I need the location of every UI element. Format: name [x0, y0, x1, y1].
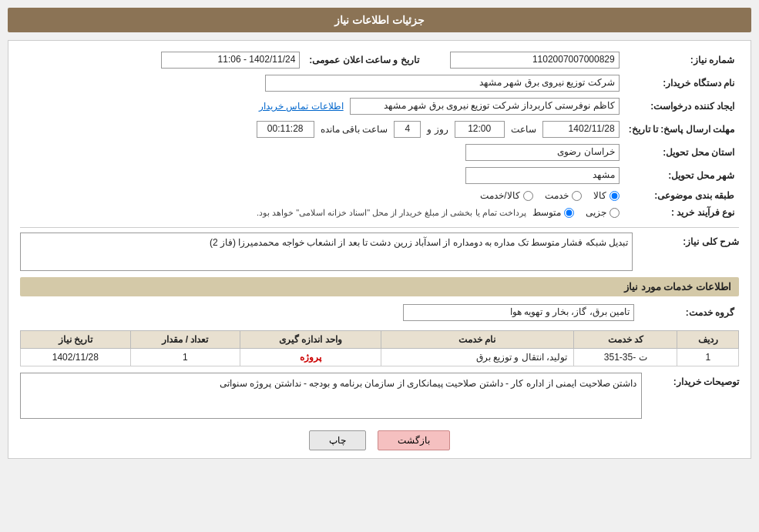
print-button[interactable]: چاپ: [309, 430, 366, 450]
back-button[interactable]: بازگشت: [378, 430, 450, 450]
cell-unit: پروژه: [240, 349, 381, 366]
purchase-type-radio-group: جزیی متوسط: [532, 207, 620, 218]
page-title: جزئیات اطلاعات نیاز: [334, 14, 425, 26]
deadline-date: 1402/11/28: [542, 121, 620, 138]
buyer-notes-section: توصیحات خریدار: داشتن صلاحیت ایمنی از اد…: [20, 373, 739, 419]
province-label: استان محل تحویل:: [624, 141, 739, 164]
services-header: اطلاعات خدمات مورد نیاز: [20, 277, 739, 296]
category-label: طبقه بندی موضوعی:: [624, 187, 739, 204]
need-desc-value: تبدیل شبکه فشار متوسط تک مداره به دومدار…: [20, 233, 633, 271]
buyer-notes-label: توصیحات خریدار:: [646, 373, 739, 387]
deadline-remain: 00:11:28: [257, 121, 314, 138]
creator-label: ایجاد کننده درخواست:: [624, 95, 739, 118]
cell-date: 1402/11/28: [21, 349, 131, 366]
deadline-time-label: ساعت: [511, 124, 536, 135]
purchase-type-medium[interactable]: متوسط: [532, 207, 574, 218]
purchase-type-label: نوع فرآیند خرید :: [624, 204, 739, 221]
contact-link[interactable]: اطلاعات تماس خریدار: [259, 101, 344, 112]
service-group-label: گروه خدمت:: [639, 301, 739, 324]
category-option-goods-service[interactable]: کالا/خدمت: [480, 190, 532, 201]
col-date: تاریخ نیاز: [21, 331, 131, 349]
divider-1: [20, 227, 739, 228]
deadline-days-label: روز و: [427, 124, 448, 135]
announce-datetime-label: تاریخ و ساعت اعلان عمومی:: [304, 49, 423, 72]
cell-code: ت -35-351: [573, 349, 677, 366]
col-qty: تعداد / مقدار: [130, 331, 240, 349]
services-table: ردیف کد خدمت نام خدمت واحد اندازه گیری ت…: [20, 330, 739, 366]
deadline-days: 4: [394, 121, 421, 138]
buyer-notes-value: داشتن صلاحیت ایمنی از اداره کار - داشتن …: [20, 373, 642, 419]
table-row: 1 ت -35-351 تولید، انتقال و توزیع برق پر…: [21, 349, 739, 366]
creator-value: کاظم نوفرستی کاربرداز شرکت توزیع نیروی ب…: [350, 98, 620, 115]
buyer-org-value: شرکت توزیع نیروی برق شهر مشهد: [265, 75, 620, 92]
category-option-service[interactable]: خدمت: [545, 190, 582, 201]
buyer-org-label: نام دستگاه خریدار:: [624, 72, 739, 95]
col-name: نام خدمت: [381, 331, 573, 349]
deadline-time: 12:00: [455, 121, 505, 138]
city-label: شهر محل تحویل:: [624, 164, 739, 187]
need-number-label: شماره نیاز:: [624, 49, 739, 72]
service-group-value: تامین برق، گاز، بخار و تهویه هوا: [403, 304, 634, 321]
purchase-type-partial[interactable]: جزیی: [586, 207, 620, 218]
deadline-remain-label: ساعت باقی مانده: [321, 124, 388, 135]
category-option-goods[interactable]: کالا: [593, 190, 620, 201]
cell-qty: 1: [130, 349, 240, 366]
province-value: خراسان رضوی: [465, 144, 620, 161]
purchase-type-note: پرداخت تمام یا بخشی از مبلغ خریدار از مح…: [257, 208, 526, 218]
button-group: بازگشت چاپ: [20, 430, 739, 450]
need-desc-label: شرح کلی نیاز:: [639, 233, 739, 247]
cell-name: تولید، انتقال و توزیع برق: [381, 349, 573, 366]
page-header: جزئیات اطلاعات نیاز: [8, 8, 751, 32]
col-unit: واحد اندازه گیری: [240, 331, 381, 349]
announce-datetime-value: 1402/11/24 - 11:06: [161, 52, 300, 69]
need-number-value: 1102007007000829: [450, 52, 620, 69]
city-value: مشهد: [465, 167, 620, 184]
col-code: کد خدمت: [573, 331, 677, 349]
col-row: ردیف: [677, 331, 739, 349]
cell-row: 1: [677, 349, 739, 366]
deadline-label: مهلت ارسال پاسخ: تا تاریخ:: [624, 118, 739, 141]
category-radio-group: کالا خدمت کالا/خدمت: [25, 190, 620, 201]
